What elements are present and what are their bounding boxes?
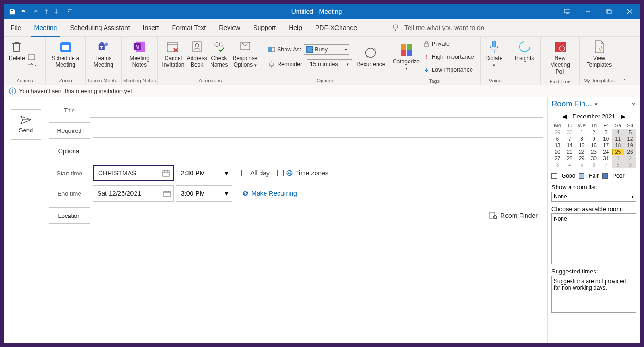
- tab-file[interactable]: File: [4, 19, 28, 37]
- low-importance-toggle[interactable]: Low Importance: [423, 64, 474, 75]
- up-arrow-icon[interactable]: [43, 8, 49, 15]
- reminder-select[interactable]: 15 minutes ▾: [307, 59, 352, 69]
- calendar-day[interactable]: 25: [612, 149, 624, 155]
- calendar-day[interactable]: 9: [624, 161, 636, 168]
- tab-insert[interactable]: Insert: [136, 19, 166, 37]
- timezones-checkbox[interactable]: Time zones: [277, 169, 328, 177]
- calendar-day[interactable]: 5: [576, 161, 588, 168]
- optional-input[interactable]: [93, 143, 543, 158]
- calendar-small-icon[interactable]: [28, 53, 38, 61]
- zoom-schedule-button[interactable]: Schedule a Meeting: [49, 38, 82, 69]
- location-button[interactable]: Location: [49, 207, 90, 224]
- calendar-day[interactable]: 14: [564, 142, 576, 149]
- meeting-notes-button[interactable]: N Meeting Notes: [124, 38, 155, 69]
- calendar-day[interactable]: 1: [576, 129, 588, 136]
- calendar-day[interactable]: 4: [564, 161, 576, 168]
- calendar-day[interactable]: 3: [551, 161, 564, 168]
- roomlist-select[interactable]: None ▾: [551, 192, 636, 202]
- calendar-day[interactable]: 2: [624, 155, 636, 161]
- new-meeting-poll-button[interactable]: New Meeting Poll: [544, 38, 576, 76]
- undo-icon[interactable]: [20, 8, 27, 15]
- calendar-day[interactable]: 15: [576, 142, 588, 149]
- optional-button[interactable]: Optional: [49, 143, 90, 159]
- calendar-day[interactable]: 5: [624, 129, 636, 136]
- calendar-day[interactable]: 9: [588, 136, 600, 142]
- calendar-day[interactable]: 7: [564, 136, 576, 142]
- calendar-day[interactable]: 30: [588, 155, 600, 161]
- calendar-day[interactable]: 10: [600, 136, 612, 142]
- view-templates-button[interactable]: View Templates: [582, 38, 616, 69]
- forward-small-icon[interactable]: [28, 62, 38, 68]
- redo-icon[interactable]: [32, 8, 39, 15]
- present-icon[interactable]: [557, 4, 577, 19]
- teams-meeting-button[interactable]: T Teams Meeting: [88, 38, 118, 69]
- location-input[interactable]: [93, 208, 484, 223]
- calendar-day[interactable]: 26: [624, 149, 636, 155]
- calendar-day[interactable]: 30: [564, 129, 576, 136]
- high-importance-toggle[interactable]: !High Importance: [423, 51, 474, 62]
- all-day-checkbox[interactable]: All day: [242, 169, 270, 177]
- calendar-day[interactable]: 1: [612, 155, 624, 161]
- calendar-day[interactable]: 24: [600, 149, 612, 155]
- room-finder-button[interactable]: Room Finder: [484, 207, 543, 224]
- make-recurring-link[interactable]: Make Recurring: [242, 190, 297, 197]
- start-date-input[interactable]: CHRISTMAS: [93, 165, 174, 181]
- calendar-day[interactable]: 11: [612, 136, 624, 142]
- required-input[interactable]: [93, 123, 543, 138]
- available-rooms-list[interactable]: None: [551, 213, 636, 264]
- recurrence-button[interactable]: Recurrence: [357, 44, 385, 68]
- calendar-day[interactable]: 16: [588, 142, 600, 149]
- dictate-button[interactable]: Dictate▾: [483, 38, 504, 69]
- close-panel-button[interactable]: ✕: [631, 101, 636, 108]
- calendar-day[interactable]: 31: [600, 155, 612, 161]
- calendar-day[interactable]: 8: [612, 161, 624, 168]
- close-button[interactable]: [619, 4, 640, 19]
- save-icon[interactable]: [9, 8, 16, 15]
- tab-scheduling-assistant[interactable]: Scheduling Assistant: [63, 19, 136, 37]
- tell-me[interactable]: Tell me what you want to do: [391, 24, 484, 32]
- prev-month-button[interactable]: ◀: [562, 113, 567, 120]
- show-as-select[interactable]: Busy ▾: [304, 44, 349, 55]
- tab-review[interactable]: Review: [212, 19, 247, 37]
- calendar-day[interactable]: 4: [612, 129, 624, 136]
- calendar-day[interactable]: 2: [588, 129, 600, 136]
- calendar-day[interactable]: 27: [551, 155, 564, 161]
- calendar-day[interactable]: 28: [564, 155, 576, 161]
- down-arrow-icon[interactable]: [54, 8, 59, 15]
- delete-button[interactable]: Delete: [7, 38, 27, 62]
- collapse-ribbon-button[interactable]: [619, 75, 630, 85]
- calendar-picker-icon[interactable]: [163, 190, 171, 197]
- calendar-day[interactable]: 22: [576, 149, 588, 155]
- calendar-day[interactable]: 29: [551, 129, 564, 136]
- required-button[interactable]: Required: [49, 122, 90, 139]
- check-names-button[interactable]: Check Names: [208, 38, 230, 69]
- calendar-day[interactable]: 8: [576, 136, 588, 142]
- calendar-picker-icon[interactable]: [162, 169, 170, 177]
- address-book-button[interactable]: Address Book: [186, 38, 208, 69]
- cancel-invitation-button[interactable]: Cancel Invitation: [161, 38, 186, 69]
- calendar-day[interactable]: 7: [600, 161, 612, 168]
- end-date-input[interactable]: Sat 12/25/2021: [93, 185, 174, 202]
- next-month-button[interactable]: ▶: [621, 113, 625, 120]
- calendar-day[interactable]: 23: [588, 149, 600, 155]
- calendar-day[interactable]: 19: [624, 142, 636, 149]
- end-time-input[interactable]: 3:00 PM ▾: [176, 185, 232, 202]
- insights-button[interactable]: Insights: [513, 38, 536, 62]
- calendar-day[interactable]: 6: [551, 136, 564, 142]
- tab-help[interactable]: Help: [282, 19, 309, 37]
- categorize-button[interactable]: Categorize▾: [391, 42, 421, 73]
- tab-format-text[interactable]: Format Text: [166, 19, 213, 37]
- calendar-day[interactable]: 18: [612, 142, 624, 149]
- send-button[interactable]: Send: [11, 109, 41, 140]
- calendar-day[interactable]: 21: [564, 149, 576, 155]
- calendar-day[interactable]: 6: [588, 161, 600, 168]
- minimize-button[interactable]: [577, 4, 598, 19]
- tab-meeting[interactable]: Meeting: [28, 19, 64, 37]
- tab-support[interactable]: Support: [247, 19, 282, 37]
- qat-customize-icon[interactable]: [68, 9, 72, 14]
- calendar-day[interactable]: 13: [551, 142, 564, 149]
- calendar-day[interactable]: 17: [600, 142, 612, 149]
- private-toggle[interactable]: Private: [423, 38, 474, 50]
- response-options-button[interactable]: Response Options ▾: [230, 38, 260, 69]
- chevron-down-icon[interactable]: ▼: [594, 102, 599, 107]
